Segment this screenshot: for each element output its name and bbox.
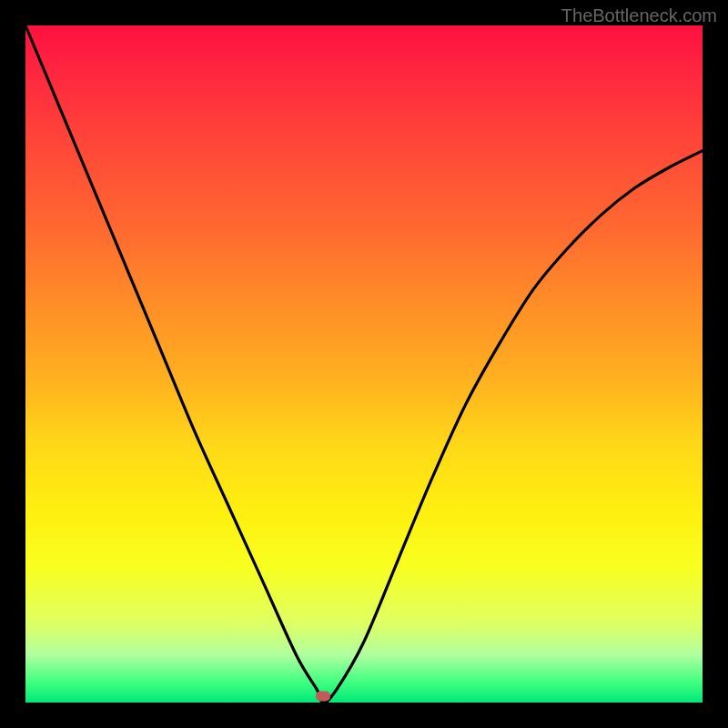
watermark-text: TheBottleneck.com [561,5,717,26]
plot-area [25,25,703,703]
bottleneck-curve [25,25,703,703]
optimum-marker [316,691,330,701]
chart-container: TheBottleneck.com [0,0,728,728]
